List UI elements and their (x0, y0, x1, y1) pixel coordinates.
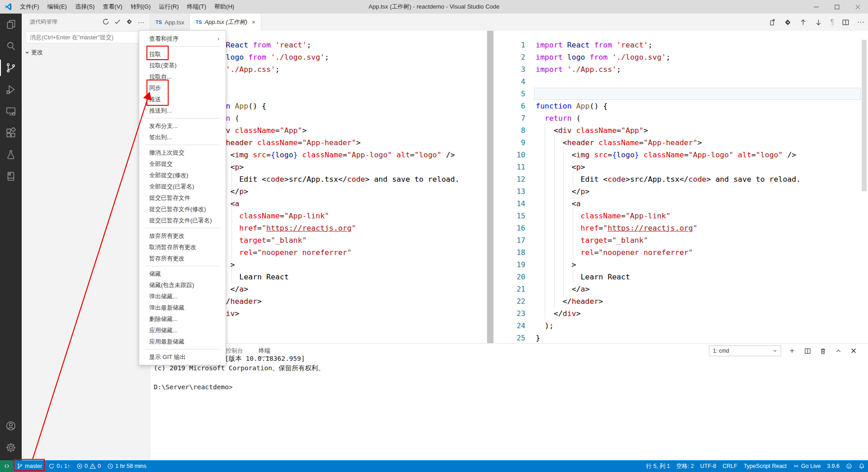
line-number: 11 (494, 161, 525, 173)
open-changes-icon[interactable] (769, 19, 776, 26)
menu-item-9[interactable]: 发布分支... (139, 120, 226, 132)
notebook-icon[interactable] (0, 165, 22, 187)
refresh-icon[interactable] (100, 16, 112, 28)
tab-close-icon[interactable]: × (252, 19, 255, 26)
menubar-item-5[interactable]: 运行(R) (155, 0, 183, 14)
language-mode[interactable]: TypeScript React (741, 460, 790, 472)
menu-item-14[interactable]: 全部提交(修改) (139, 170, 226, 181)
code-line: <div className="App"> (536, 124, 801, 137)
previous-change-icon[interactable] (799, 19, 807, 26)
editor-tabs: TSApp.tsxTSApp.tsx (工作树)× (150, 14, 868, 31)
menu-item-13[interactable]: 全部提交 (139, 158, 226, 170)
menubar-item-2[interactable]: 选择(S) (71, 0, 99, 14)
menu-item-30[interactable]: 应用最新储藏 (139, 336, 226, 347)
extension-version[interactable]: 3.9.6 (824, 460, 843, 472)
encoding-setting[interactable]: UTF-8 (697, 460, 719, 472)
split-editor-icon[interactable] (842, 19, 849, 26)
sync-indicator[interactable]: 0↓ 1↑ (45, 460, 73, 472)
menu-item-17[interactable]: 提交已暂存文件(修改) (139, 203, 226, 215)
menu-item-2[interactable]: 拉取 (139, 48, 226, 60)
code-line: </p> (536, 185, 801, 198)
editor-more-actions-icon[interactable]: ··· (857, 18, 864, 26)
menu-item-32[interactable]: 显示 GIT 输出 (139, 351, 226, 363)
new-terminal-icon[interactable]: + (788, 346, 797, 355)
menu-item-7[interactable]: 推送到... (139, 105, 226, 116)
menu-item-0[interactable]: 查看和排序› (139, 33, 226, 44)
testing-icon[interactable] (0, 144, 22, 165)
menu-item-20[interactable]: 放弃所有更改 (139, 230, 226, 241)
menubar-item-7[interactable]: 帮助(H) (210, 0, 238, 14)
commit-message-input[interactable] (26, 31, 147, 43)
commit-check-icon[interactable] (112, 16, 123, 28)
menu-item-27[interactable]: 弹出最新储藏 (139, 302, 226, 313)
git-graph-icon[interactable] (123, 16, 135, 28)
feedback-smiley-icon[interactable] (843, 460, 855, 472)
menu-item-5[interactable]: 同步 (139, 82, 226, 94)
menu-item-28[interactable]: 删除储藏... (139, 313, 226, 325)
line-number: 15 (494, 210, 525, 222)
minimize-button[interactable] (806, 0, 826, 14)
menu-item-16[interactable]: 提交已暂存文件 (139, 192, 226, 203)
menu-item-10[interactable]: 签出到... (139, 132, 226, 143)
account-icon[interactable] (0, 415, 22, 437)
cursor-position[interactable]: 行 5, 列 1 (643, 460, 673, 472)
remote-indicator[interactable] (0, 460, 14, 472)
menu-item-22[interactable]: 暂存所有更改 (139, 253, 226, 264)
menu-item-26[interactable]: 弹出储藏... (139, 291, 226, 302)
more-actions-icon[interactable]: ··· (135, 16, 147, 28)
diff-right-pane[interactable]: 1234567891011121314151617181920212223242… (494, 31, 868, 343)
git-graph-icon[interactable] (784, 19, 792, 26)
editor-tab-0[interactable]: TSApp.tsx (150, 14, 190, 31)
settings-gear-icon[interactable] (0, 437, 22, 458)
menubar-item-1[interactable]: 编辑(E) (43, 0, 71, 14)
extensions-icon[interactable] (0, 122, 22, 144)
line-number: 6 (494, 100, 525, 112)
eol-setting[interactable]: CRLF (719, 460, 741, 472)
menu-item-label: 拉取自... (149, 71, 219, 82)
timer-indicator[interactable]: 1 hr 58 mins (104, 460, 150, 472)
kill-terminal-icon[interactable] (818, 348, 827, 354)
close-button[interactable] (847, 0, 868, 14)
menu-item-21[interactable]: 取消暂存所有更改 (139, 241, 226, 253)
problems-indicator[interactable]: 0 0 (73, 460, 104, 472)
code-line: import './App.css'; (536, 63, 801, 76)
menu-bar: 文件(F)编辑(E)选择(S)查看(V)转到(G)运行(R)终端(T)帮助(H) (16, 0, 238, 14)
menu-item-15[interactable]: 全部提交(已署名) (139, 181, 226, 192)
editor-tab-1[interactable]: TSApp.tsx (工作树)× (190, 14, 261, 31)
menubar-item-4[interactable]: 转到(G) (127, 0, 155, 14)
menubar-item-3[interactable]: 查看(V) (99, 0, 126, 14)
run-debug-icon[interactable] (0, 79, 22, 100)
search-icon[interactable] (0, 35, 22, 57)
menu-item-25[interactable]: 储藏(包含未跟踪) (139, 279, 226, 291)
menu-item-12[interactable]: 撤消上次提交 (139, 147, 226, 158)
explorer-icon[interactable] (0, 14, 22, 35)
pilcrow-icon[interactable]: ¶ (830, 18, 834, 26)
source-control-icon[interactable] (0, 57, 22, 79)
changes-section-header[interactable]: 更改 (22, 47, 150, 58)
remote-explorer-icon[interactable] (0, 100, 22, 122)
maximize-panel-icon[interactable] (834, 348, 843, 354)
split-terminal-icon[interactable] (803, 348, 812, 354)
terminal-shell-select[interactable]: 1: cmd (709, 345, 781, 356)
menubar-item-6[interactable]: 终端(T) (183, 0, 210, 14)
editor-scrollbar[interactable] (862, 40, 867, 191)
menu-item-18[interactable]: 提交已暂存文件(已署名) (139, 215, 226, 226)
notifications-bell-icon[interactable] (855, 460, 868, 472)
menu-item-3[interactable]: 拉取(变基) (139, 60, 226, 71)
menu-item-label: 弹出最新储藏 (149, 302, 219, 313)
indentation-setting[interactable]: 空格: 2 (673, 460, 697, 472)
code-line: import logo from './logo.svg'; (536, 51, 801, 63)
menu-item-6[interactable]: 推送 (139, 94, 226, 105)
menu-item-label: 显示 GIT 输出 (149, 351, 219, 363)
menu-item-24[interactable]: 储藏 (139, 268, 226, 279)
line-number: 18 (494, 246, 525, 259)
close-panel-icon[interactable]: ✕ (849, 346, 858, 356)
branch-indicator[interactable]: master (14, 460, 45, 472)
maximize-button[interactable] (826, 0, 847, 14)
next-change-icon[interactable] (815, 19, 822, 26)
go-live-button[interactable]: Go Live (790, 460, 824, 472)
menu-item-29[interactable]: 应用储藏... (139, 325, 226, 336)
menu-item-4[interactable]: 拉取自... (139, 71, 226, 82)
menubar-item-0[interactable]: 文件(F) (16, 0, 43, 14)
diff-splitter[interactable] (487, 31, 494, 343)
